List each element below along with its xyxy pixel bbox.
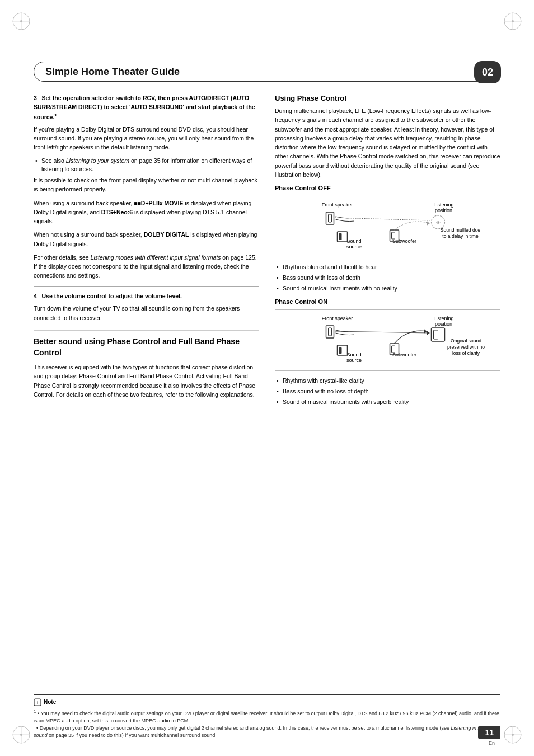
phase-on-heading: Phase Control ON bbox=[275, 298, 500, 305]
note-icon: i bbox=[34, 698, 41, 706]
using-phase-body: During multichannel playback, LFE (Low-F… bbox=[275, 106, 500, 179]
svg-text:to a delay in time: to a delay in time bbox=[442, 233, 479, 239]
svg-text:source: source bbox=[346, 244, 362, 250]
svg-marker-53 bbox=[427, 331, 430, 335]
phase-off-diagram: Front speaker Listening position 👁 Sound… bbox=[275, 196, 500, 257]
note-text: 1 • You may need to check the digital au… bbox=[34, 708, 500, 739]
corner-decoration-bl bbox=[10, 724, 32, 746]
svg-text:source: source bbox=[346, 358, 362, 363]
svg-text:Sound: Sound bbox=[346, 238, 361, 244]
section-heading: Better sound using Phase Control and Ful… bbox=[34, 330, 259, 358]
svg-rect-26 bbox=[338, 232, 348, 242]
note-header: i Note bbox=[34, 698, 500, 706]
page-title: Simple Home Theater Guide bbox=[45, 66, 180, 78]
page-lang: En bbox=[489, 740, 495, 746]
page-number: 11 bbox=[478, 726, 500, 739]
step3-heading: 3 Set the operation selector switch to R… bbox=[34, 94, 259, 121]
phase-on-bullet-1: Rhythms with crystal-like clarity bbox=[275, 377, 500, 386]
svg-rect-44 bbox=[338, 345, 348, 355]
svg-text:Front speaker: Front speaker bbox=[322, 316, 353, 321]
svg-text:position: position bbox=[435, 321, 452, 327]
corner-decoration-br bbox=[502, 724, 524, 746]
step4-heading: 4 Use the volume control to adjust the v… bbox=[34, 292, 259, 301]
content-area: 3 Set the operation selector switch to R… bbox=[34, 94, 500, 689]
svg-rect-37 bbox=[326, 326, 334, 338]
svg-text:Sound muffled due: Sound muffled due bbox=[441, 227, 480, 233]
right-column: Using Phase Control During multichannel … bbox=[275, 94, 500, 689]
corner-decoration-tl bbox=[10, 10, 32, 32]
left-column: 3 Set the operation selector switch to R… bbox=[34, 94, 259, 689]
svg-text:Original sound: Original sound bbox=[451, 338, 481, 344]
svg-rect-20 bbox=[329, 214, 332, 222]
step3-bullet1: See also Listening to your system on pag… bbox=[34, 157, 259, 175]
svg-rect-27 bbox=[339, 233, 342, 240]
svg-text:i: i bbox=[37, 700, 38, 705]
using-phase-heading: Using Phase Control bbox=[275, 94, 500, 102]
svg-rect-45 bbox=[339, 347, 342, 354]
svg-text:loss of clarity: loss of clarity bbox=[452, 350, 480, 356]
section-body: This receiver is equipped with the two t… bbox=[34, 363, 259, 399]
svg-text:Listening: Listening bbox=[433, 316, 453, 321]
phase-off-bullet-3: Sound of musical instruments with no rea… bbox=[275, 284, 500, 293]
footnote-ref: 1 bbox=[54, 112, 57, 118]
svg-text:Front speaker: Front speaker bbox=[322, 202, 353, 208]
svg-rect-19 bbox=[326, 212, 334, 224]
phase-off-bullet-2: Bass sound with loss of depth bbox=[275, 274, 500, 283]
svg-rect-38 bbox=[329, 328, 332, 336]
phase-on-svg: Front speaker Listening position Sound s… bbox=[280, 314, 495, 370]
header-bar: Simple Home Theater Guide 02 bbox=[34, 62, 500, 82]
step4-body: Turn down the volume of your TV so that … bbox=[34, 304, 259, 322]
phase-on-diagram: Front speaker Listening position Sound s… bbox=[275, 309, 500, 371]
svg-text:👁: 👁 bbox=[436, 220, 441, 226]
step3-body4: When not using a surround back speaker, … bbox=[34, 230, 259, 248]
step3-body2: It is possible to check on the front pan… bbox=[34, 176, 259, 194]
phase-on-bullet-3: Sound of musical instruments with superb… bbox=[275, 398, 500, 407]
divider bbox=[34, 286, 259, 287]
phase-on-bullets: Rhythms with crystal-like clarity Bass s… bbox=[275, 377, 500, 406]
step3-body5: For other details, see Listening modes w… bbox=[34, 253, 259, 280]
chapter-number: 02 bbox=[474, 61, 501, 83]
corner-decoration-tr bbox=[502, 10, 524, 32]
svg-marker-30 bbox=[427, 221, 430, 226]
svg-line-33 bbox=[335, 218, 430, 220]
phase-off-svg: Front speaker Listening position 👁 Sound… bbox=[280, 201, 495, 257]
phase-on-bullet-2: Bass sound with no loss of depth bbox=[275, 387, 500, 396]
step3-body1: If you're playing a Dolby Digital or DTS… bbox=[34, 125, 259, 152]
page-wrapper: Simple Home Theater Guide 02 3 Set the o… bbox=[0, 0, 534, 756]
svg-text:position: position bbox=[435, 208, 452, 213]
svg-text:Sound: Sound bbox=[346, 352, 361, 358]
step3-body3: When using a surround back speaker, ■■D+… bbox=[34, 199, 259, 226]
note-section: i Note 1 • You may need to check the dig… bbox=[34, 694, 500, 739]
svg-text:Listening: Listening bbox=[433, 202, 453, 208]
phase-off-bullet-1: Rhythms blurred and difficult to hear bbox=[275, 263, 500, 272]
phase-off-heading: Phase Control OFF bbox=[275, 185, 500, 191]
phase-off-bullets: Rhythms blurred and difficult to hear Ba… bbox=[275, 263, 500, 293]
svg-rect-40 bbox=[434, 330, 438, 339]
svg-text:preserved with no: preserved with no bbox=[447, 344, 485, 350]
